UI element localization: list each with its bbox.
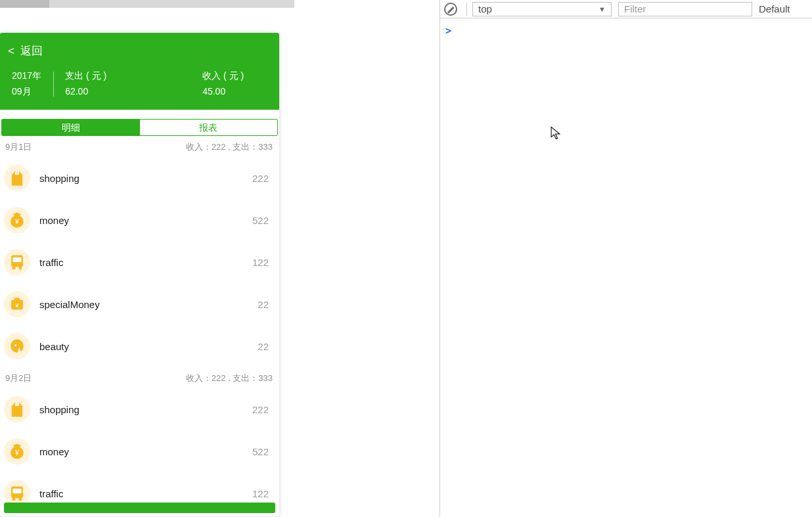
preview-pane: < 返回 2017年 09月 支出 ( 元 ) 62.00 收入 ( 元 ) 4… [0,0,440,517]
transaction-name: beauty [39,341,258,352]
transaction-amount: 122 [252,257,271,268]
transaction-name: shopping [39,173,252,184]
day-date: 9月2日 [5,372,32,384]
transaction-name: traffic [39,257,252,268]
shopping-icon [4,396,30,422]
phone-frame: < 返回 2017年 09月 支出 ( 元 ) 62.00 收入 ( 元 ) 4… [0,33,279,516]
transaction-row[interactable]: shopping222 [0,388,279,430]
money-icon [4,207,30,233]
clear-console-icon[interactable] [444,3,457,16]
back-button[interactable]: < 返回 [0,33,279,65]
day-header: 9月2日收入：222 , 支出：333 [0,367,279,388]
transaction-amount: 22 [258,299,271,310]
transaction-amount: 122 [252,488,271,499]
expense-value: 62.00 [65,86,106,97]
traffic-icon [4,249,30,275]
chevron-down-icon: ▼ [598,5,606,13]
transaction-name: traffic [39,488,252,499]
summary-month: 09月 [12,86,41,98]
transaction-name: shopping [39,404,252,415]
filter-placeholder: Filter [624,3,646,14]
console-body[interactable]: > [440,18,812,43]
transaction-row[interactable]: money522 [0,199,279,241]
transaction-row[interactable]: specialMoney22 [0,283,279,325]
log-levels-select[interactable]: Default [759,3,790,14]
transaction-amount: 522 [252,446,271,457]
console-prompt-icon: > [445,25,451,37]
money-icon [4,438,30,464]
devtools-panel: top ▼ Filter Default > [440,0,812,517]
shopping-icon [4,165,30,191]
transaction-name: money [39,446,252,457]
context-value: top [478,3,492,14]
summary-date: 2017年 09月 [0,70,53,98]
day-sums: 收入：222 , 支出：333 [186,141,273,153]
income-value: 45.00 [202,86,244,97]
summary-income: 收入 ( 元 ) 45.00 [191,70,256,98]
expense-label: 支出 ( 元 ) [65,70,106,82]
transaction-name: money [39,215,252,226]
browser-address-bar[interactable] [0,0,294,8]
summary-year: 2017年 [12,70,41,82]
back-label: 返回 [20,45,43,57]
income-label: 收入 ( 元 ) [202,70,244,82]
tab-report[interactable]: 报表 [140,120,278,135]
chevron-left-icon: < [8,45,14,57]
transaction-row[interactable]: beauty22 [0,325,279,367]
transaction-amount: 222 [252,404,271,415]
day-date: 9月1日 [5,141,32,153]
transaction-amount: 222 [252,173,271,184]
transaction-amount: 522 [252,215,271,226]
day-header: 9月1日收入：222 , 支出：333 [0,136,279,157]
tabs: 明细 报表 [1,119,278,136]
special-icon [4,291,30,317]
divider [466,3,467,16]
transaction-list[interactable]: 9月1日收入：222 , 支出：333shopping222money522tr… [0,136,279,514]
tab-detail[interactable]: 明细 [2,120,140,135]
app-header: < 返回 2017年 09月 支出 ( 元 ) 62.00 收入 ( 元 ) 4… [0,33,279,110]
console-filter-input[interactable]: Filter [618,2,752,16]
day-sums: 收入：222 , 支出：333 [186,372,273,384]
execution-context-select[interactable]: top ▼ [472,2,612,16]
transaction-row[interactable]: traffic122 [0,241,279,283]
summary-expense: 支出 ( 元 ) 62.00 [53,70,118,98]
beauty-icon [4,333,30,359]
bottom-action-bar[interactable] [4,503,275,513]
devtools-toolbar: top ▼ Filter Default [440,0,812,18]
transaction-row[interactable]: money522 [0,430,279,472]
transaction-amount: 22 [258,341,271,352]
transaction-name: specialMoney [39,299,258,310]
transaction-row[interactable]: shopping222 [0,157,279,199]
